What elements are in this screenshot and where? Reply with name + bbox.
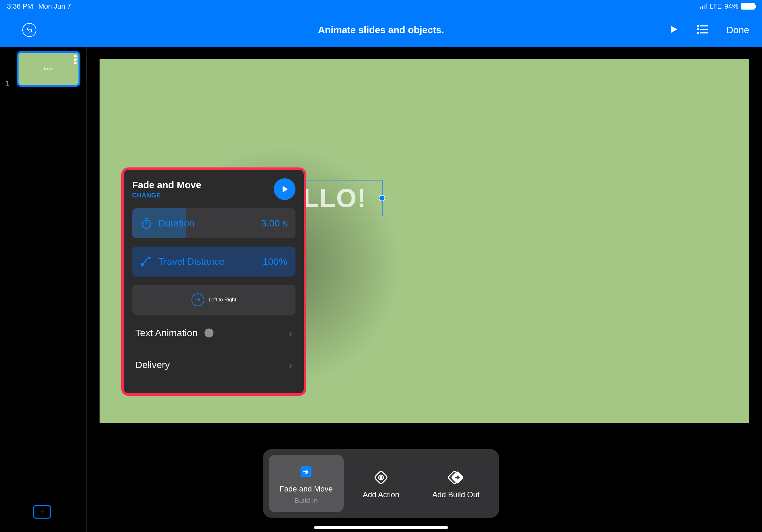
- toolbar-title: Animate slides and objects.: [318, 25, 444, 35]
- signal-icon: [700, 4, 707, 9]
- delivery-row[interactable]: Delivery ›: [132, 351, 295, 378]
- status-time: 3:36 PM: [7, 2, 33, 11]
- stopwatch-icon: [140, 217, 153, 229]
- add-action-label: Add Action: [363, 490, 400, 499]
- build-in-icon: [296, 462, 316, 481]
- network-label: LTE: [709, 2, 722, 11]
- slide-navigator: 1 HELLO! +: [0, 47, 87, 532]
- add-build-out-button[interactable]: Add Build Out: [418, 455, 493, 512]
- slide-index: 1: [6, 79, 10, 87]
- add-action-button[interactable]: Add Action: [344, 455, 419, 512]
- duration-value: 3.00 s: [261, 218, 287, 229]
- chevron-right-icon: ›: [289, 359, 292, 371]
- svg-point-14: [380, 477, 382, 478]
- add-slide-button[interactable]: +: [33, 505, 51, 519]
- svg-point-2: [698, 29, 699, 30]
- status-date: Mon Jun 7: [38, 2, 71, 11]
- home-indicator[interactable]: [314, 526, 448, 529]
- travel-label: Travel Distance: [158, 256, 263, 267]
- preview-play-button[interactable]: [274, 178, 295, 200]
- bottom-toolbar: Fade and Move Build In Add Action Add Bu…: [263, 449, 499, 518]
- slide-thumbnail[interactable]: HELLO!: [17, 51, 80, 87]
- toolbar: Animate slides and objects. Done: [0, 13, 762, 47]
- add-build-out-label: Add Build Out: [432, 490, 480, 499]
- text-animation-indicator: [204, 328, 213, 337]
- thumb-text: HELLO!: [42, 67, 54, 71]
- undo-button[interactable]: [22, 23, 37, 37]
- build-in-sub: Build In: [294, 497, 318, 505]
- svg-point-4: [698, 33, 699, 33]
- animation-popover: Fade and Move CHANGE Duration 3.00 s Tra…: [121, 167, 306, 396]
- duration-row[interactable]: Duration 3.00 s: [132, 208, 295, 238]
- play-button[interactable]: [668, 24, 679, 36]
- action-icon: [371, 468, 391, 487]
- status-bar: 3:36 PM Mon Jun 7 LTE 94%: [0, 0, 762, 13]
- text-animation-label: Text Animation: [135, 328, 197, 338]
- svg-point-0: [698, 25, 699, 26]
- done-button[interactable]: Done: [726, 25, 749, 35]
- text-animation-row[interactable]: Text Animation ›: [132, 319, 295, 347]
- travel-distance-row[interactable]: Travel Distance 100%: [132, 246, 295, 277]
- animation-title: Fade and Move: [132, 179, 201, 190]
- svg-point-9: [141, 263, 143, 265]
- arrow-right-icon: [191, 294, 204, 306]
- path-icon: [140, 255, 153, 268]
- change-button[interactable]: CHANGE: [132, 192, 201, 199]
- build-out-icon: [446, 468, 466, 487]
- build-in-label: Fade and Move: [279, 485, 333, 494]
- battery-icon: [741, 3, 755, 10]
- chevron-right-icon: ›: [289, 327, 292, 339]
- build-in-button[interactable]: Fade and Move Build In: [269, 455, 344, 512]
- duration-label: Duration: [158, 218, 261, 229]
- battery-label: 94%: [724, 2, 738, 11]
- delivery-label: Delivery: [135, 360, 170, 370]
- direction-label: Left to Right: [209, 297, 236, 303]
- build-order-button[interactable]: [697, 24, 709, 36]
- direction-row[interactable]: Left to Right: [132, 285, 295, 315]
- travel-value: 100%: [263, 256, 287, 267]
